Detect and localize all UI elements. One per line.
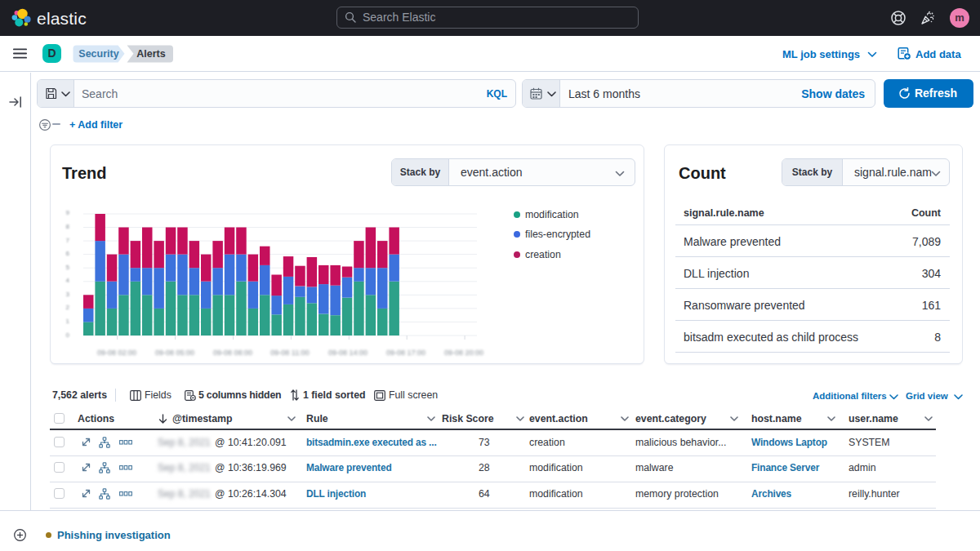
svg-text:Alerts: Alerts xyxy=(136,48,165,60)
svg-text:Security: Security xyxy=(78,48,118,60)
